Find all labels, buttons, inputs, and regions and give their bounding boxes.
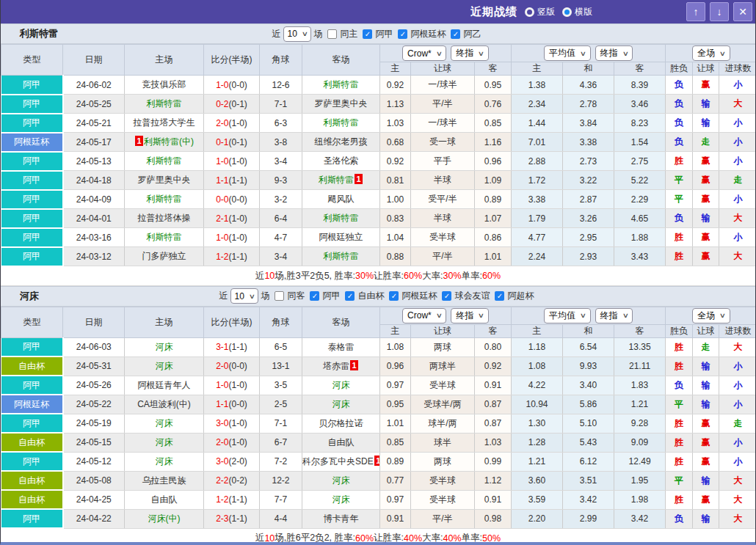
league-checkbox-自由杯[interactable]: ✓ [345,291,355,301]
avg-home: 1.28 [512,433,563,452]
odds-away: 1.16 [475,133,512,152]
corners: 3-2 [260,190,302,209]
team-label: 圣洛伦索 [324,156,359,166]
result-wdl: 平 [666,395,693,414]
avg-draw: 5.10 [563,414,614,433]
result-goals: 大 [719,337,756,356]
same-venue-checkbox[interactable] [327,29,337,39]
odds-time-select[interactable]: 终指∨ [451,308,489,323]
score: 1-1(0-0) [204,395,260,414]
handicap-line: 两球 [411,452,475,471]
move-up-button[interactable]: ↑ [686,2,705,21]
league-checkbox-阿根廷杯[interactable]: ✓ [398,29,407,39]
match-row: 阿甲24-04-18罗萨里奥中央1-1(1-1)9-3利斯特雷10.81半球1.… [1,171,756,190]
away-team: 阿根廷独立 [302,228,380,247]
odds-source-select[interactable]: Crow*∨ [402,308,446,323]
subcol-handicap-result: 让球 [693,324,719,337]
result-wdl: 胜 [666,490,693,509]
league-checkbox-阿乙[interactable]: ✓ [451,29,460,39]
avg-home: 1.08 [512,356,563,376]
odds-away: 0.96 [475,152,512,171]
match-row: 阿甲24-04-22河床(中)2-3(1-1)4-4博卡青年0.91平/半0.9… [1,509,756,528]
league-checkbox-阿根廷杯[interactable]: ✓ [389,291,399,301]
subcol-avg-away: 客 [614,324,666,337]
col-type: 类型 [1,45,63,76]
odds-home: 1.01 [380,414,411,433]
league-badge: 自由杯 [1,471,63,490]
team-label: 利斯特雷 [147,194,182,204]
result-handicap: 走 [693,337,719,356]
league-checkbox-阿甲[interactable]: ✓ [363,29,372,39]
subcol-away-odds: 客 [475,62,512,76]
home-team: 河床 [125,452,204,471]
chevron-down-icon: ∨ [435,312,442,319]
same-venue-checkbox[interactable] [275,291,284,301]
up-arrow-icon: ↑ [694,6,699,18]
handicap-line: 受半球 [411,228,475,247]
layout-radio-horizontal[interactable]: 横版 [562,6,592,18]
odds-away: 1.03 [475,433,512,452]
result-goals: 大 [719,209,756,228]
team-label: 罗萨里奥中央 [138,175,191,185]
match-count-select[interactable]: 10∨ [230,288,259,304]
fulltime-score: 2-0 [216,437,228,447]
league-badge: 阿甲 [1,95,63,114]
radio-icon-selected [562,7,572,17]
close-button[interactable]: ✕ [733,2,752,21]
fulltime-score: 0-1 [216,137,228,147]
average-select[interactable]: 平均值∨ [544,45,591,61]
score: 2-2(0-2) [204,471,260,490]
average-select[interactable]: 平均值∨ [544,308,591,323]
odds-source-select[interactable]: Crow*∨ [402,45,446,61]
league-badge: 阿甲 [1,228,63,247]
league-checkbox-阿超杯[interactable]: ✓ [495,291,504,301]
result-wdl: 胜 [666,414,693,433]
chevron-down-icon: ∨ [580,312,586,319]
result-goals: 小 [719,433,756,452]
odds-time-select[interactable]: 终指∨ [451,45,489,61]
corners: 7-1 [260,414,302,433]
subcol-avg-home: 主 [512,324,563,337]
summary-text: 场,胜3平2负5, 胜率: [275,270,355,282]
summary-text: 让胜率: [374,532,404,544]
home-team: CA坦波利(中) [125,395,204,414]
move-down-button[interactable]: ↓ [710,2,729,21]
league-checkbox-阿甲[interactable]: ✓ [310,291,319,301]
col-away: 客场 [302,307,380,337]
handicap-line: 平手 [411,152,475,171]
odds-away: 0.85 [475,114,512,133]
subcol-wdl: 胜负 [666,62,693,76]
odds-away: 0.80 [475,337,512,356]
fulltime-score: 2-2 [216,475,228,486]
away-team: 利斯特雷 [302,209,380,228]
scope-select[interactable]: 全场∨ [692,45,730,61]
average-time-select[interactable]: 终指∨ [595,45,633,61]
result-wdl: 胜 [666,356,693,376]
average-time-select[interactable]: 终指∨ [595,308,633,323]
match-date: 24-05-21 [63,114,125,133]
match-date: 24-03-12 [63,247,125,266]
result-goals: 小 [719,76,756,95]
match-row: 自由杯24-05-31河床2-0(0-0)13-1塔赤雷10.96两球半0.92… [1,356,756,376]
home-team: 罗萨里奥中央 [125,171,204,190]
avg-draw: 3.84 [563,114,614,133]
avg-draw: 3.22 [563,171,614,190]
avg-away: 8.39 [614,76,666,95]
avg-draw: 6.54 [563,337,614,356]
home-team: 河床 [125,414,204,433]
league-checkbox-球会友谊[interactable]: ✓ [442,291,451,301]
fulltime-score: 2-0 [216,361,228,371]
home-team: 利斯特雷 [125,152,204,171]
handicap-line: 受半球 [411,376,475,395]
match-count-select[interactable]: 10∨ [283,26,312,42]
match-row: 阿甲24-05-13利斯特雷1-0(1-0)3-4圣洛伦索0.92平手0.962… [1,152,756,171]
match-row: 阿甲24-03-12门多萨独立1-2(1-1)3-4利斯特雷0.88平/半1.0… [1,247,756,266]
league-badge: 阿甲 [1,247,63,266]
team-label: 利斯特雷 [147,98,182,109]
league-checkbox-label: 阿根廷杯 [401,290,437,302]
corners: 3-8 [260,133,302,152]
layout-radio-vertical[interactable]: 竖版 [525,6,555,18]
scope-select[interactable]: 全场∨ [692,308,730,323]
halftime-score: (1-1) [229,175,247,186]
chevron-down-icon: ∨ [302,30,308,37]
